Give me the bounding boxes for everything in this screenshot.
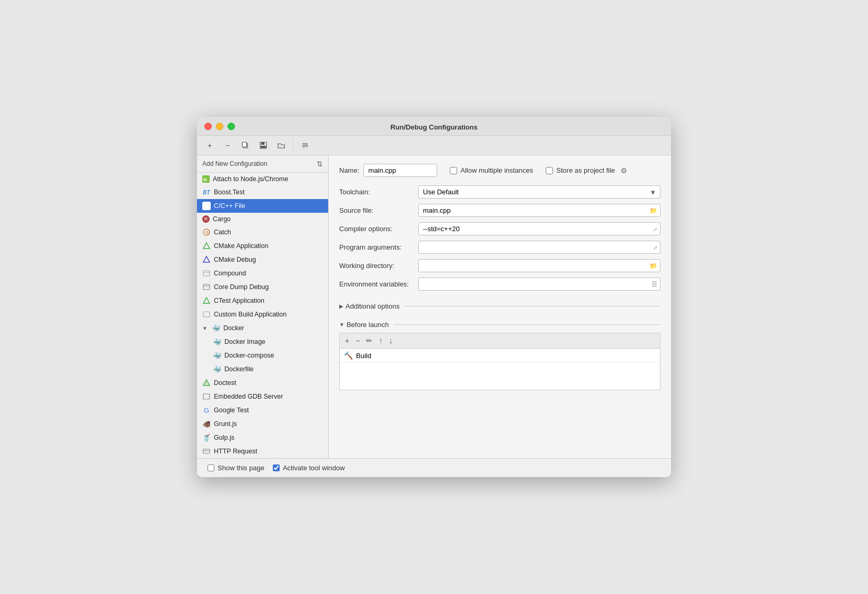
svg-rect-23 (203, 449, 210, 453)
add-config-button[interactable]: + (202, 139, 217, 152)
show-page-checkbox[interactable] (208, 464, 214, 471)
sidebar-item-cargo[interactable]: R Cargo (197, 213, 328, 225)
sidebar-item-docker-image[interactable]: 🐳 Docker Image (197, 335, 328, 349)
name-input[interactable] (363, 164, 437, 177)
sort-button[interactable] (298, 139, 312, 152)
sidebar-item-dockerfile[interactable]: 🐳 Dockerfile (197, 362, 328, 376)
source-file-input[interactable] (418, 204, 660, 217)
additional-options-arrow-icon: ▶ (339, 303, 343, 309)
sidebar-item-custom-build[interactable]: Custom Build Application (197, 308, 328, 321)
cpp-icon: C++ (202, 202, 211, 210)
run-debug-configurations-window: Run/Debug Configurations + − (197, 117, 671, 477)
source-file-input-wrap: 📁 (418, 204, 660, 217)
before-launch-label: Before launch (347, 321, 389, 329)
show-page-group: Show this page (208, 464, 264, 472)
remove-config-button[interactable]: − (220, 139, 235, 152)
activate-tool-window-group: Activate tool window (273, 464, 345, 472)
before-launch-section: ▼ Before launch + − ✏ ↑ ↓ 🔨 Build (339, 319, 660, 390)
sidebar-item-google-test[interactable]: G Google Test (197, 403, 328, 417)
ctest-icon (202, 296, 211, 305)
sidebar-item-label: CTest Application (214, 297, 264, 304)
sidebar-item-label: C/C++ File (214, 202, 245, 210)
program-arguments-input[interactable] (418, 241, 660, 254)
svg-rect-13 (203, 271, 210, 276)
close-button[interactable] (204, 123, 212, 130)
svg-rect-15 (203, 284, 210, 290)
env-variables-input[interactable] (418, 278, 660, 291)
bl-up-button[interactable]: ↑ (377, 335, 384, 346)
sidebar-item-docker-group[interactable]: ▼ 🐳 Docker (197, 321, 328, 335)
sidebar-item-http-request[interactable]: HTTP Request (197, 444, 328, 458)
sidebar-item-ctest[interactable]: CTest Application (197, 294, 328, 308)
allow-multiple-label: Allow multiple instances (460, 166, 533, 174)
sidebar-item-label: Docker-compose (224, 352, 274, 359)
sidebar-item-catch[interactable]: ⚙ Catch (197, 225, 328, 239)
sidebar-item-label: Boost.Test (214, 189, 244, 196)
svg-point-21 (206, 384, 207, 385)
sidebar-item-gulp[interactable]: 🥤 Gulp.js (197, 431, 328, 444)
bl-add-button[interactable]: + (343, 335, 351, 346)
gear-button[interactable]: ⚙ (620, 166, 627, 175)
toolchain-select[interactable]: Use Default Default System GCC Clang (418, 185, 660, 199)
bl-build-item[interactable]: 🔨 Build (340, 349, 660, 363)
cmake-debug-icon (202, 255, 211, 264)
bl-edit-button[interactable]: ✏ (364, 335, 374, 346)
footer: Show this page Activate tool window (197, 458, 671, 477)
additional-options-label: Additional options (346, 302, 400, 310)
additional-options-header[interactable]: ▶ Additional options (339, 300, 660, 312)
sidebar-item-label: HTTP Request (214, 448, 257, 455)
minimize-button[interactable] (216, 123, 223, 130)
store-as-project-checkbox[interactable] (546, 167, 553, 174)
sidebar-item-grunt[interactable]: 🐗 Grunt.js (197, 417, 328, 431)
program-arguments-label: Program arguments: (339, 243, 418, 251)
compiler-options-input[interactable] (418, 222, 660, 235)
bl-remove-button[interactable]: − (353, 335, 362, 346)
bl-down-button[interactable]: ↓ (387, 335, 394, 346)
sidebar-item-embedded-gdb[interactable]: Embedded GDB Server (197, 390, 328, 403)
svg-text:N: N (203, 177, 207, 182)
allow-multiple-checkbox[interactable] (450, 167, 457, 174)
sidebar-item-label: Dockerfile (224, 365, 254, 373)
save-config-button[interactable] (256, 139, 271, 152)
sidebar-item-label: Docker (223, 324, 244, 332)
sidebar-item-boost-test[interactable]: BT Boost.Test (197, 185, 328, 199)
toolbar: + − (197, 136, 671, 155)
sidebar-item-label: CMake Application (214, 242, 269, 250)
open-config-button[interactable] (274, 139, 289, 152)
right-panel: Name: Allow multiple instances Store as … (329, 155, 671, 458)
sidebar-item-cmake-debug[interactable]: CMake Debug (197, 253, 328, 266)
svg-marker-17 (203, 298, 210, 303)
sidebar-item-core-dump[interactable]: Core Dump Debug (197, 280, 328, 294)
sidebar-item-doctest[interactable]: Doctest (197, 376, 328, 390)
bl-build-label: Build (356, 352, 371, 360)
boost-icon: BT (202, 188, 211, 196)
cmake-app-icon (202, 242, 211, 250)
svg-text:⚙: ⚙ (205, 230, 209, 235)
copy-config-button[interactable] (238, 139, 253, 152)
grunt-icon: 🐗 (202, 420, 211, 428)
sidebar-item-label: Docker Image (224, 338, 265, 345)
sidebar-item-label: Attach to Node.js/Chrome (213, 175, 288, 183)
sidebar-item-label: Cargo (213, 215, 231, 223)
sidebar-sort-button[interactable]: ⇅ (317, 160, 323, 168)
working-directory-input[interactable] (418, 259, 660, 272)
sidebar-item-cmake-app[interactable]: CMake Application (197, 239, 328, 253)
custom-build-icon (202, 310, 211, 319)
show-page-label: Show this page (218, 464, 264, 472)
sidebar-item-label: Catch (214, 229, 231, 236)
activate-tool-window-checkbox[interactable] (273, 464, 280, 471)
sidebar-item-attach-node[interactable]: N Attach to Node.js/Chrome (197, 173, 328, 185)
sidebar-item-cpp-file[interactable]: C++ C/C++ File (197, 199, 328, 213)
sidebar-header: Add New Configuration ⇅ (197, 155, 328, 173)
toolchain-label: Toolchain: (339, 188, 418, 196)
google-test-icon: G (202, 406, 211, 414)
svg-rect-1 (242, 142, 246, 147)
maximize-button[interactable] (228, 123, 235, 130)
docker-compose-icon: 🐳 (213, 351, 221, 360)
sidebar-item-docker-compose[interactable]: 🐳 Docker-compose (197, 349, 328, 362)
nodejs-icon: N (202, 175, 210, 183)
doctest-icon (202, 379, 211, 387)
gulp-icon: 🥤 (202, 433, 211, 442)
before-launch-header[interactable]: ▼ Before launch (339, 319, 660, 331)
sidebar-item-compound[interactable]: Compound (197, 266, 328, 280)
